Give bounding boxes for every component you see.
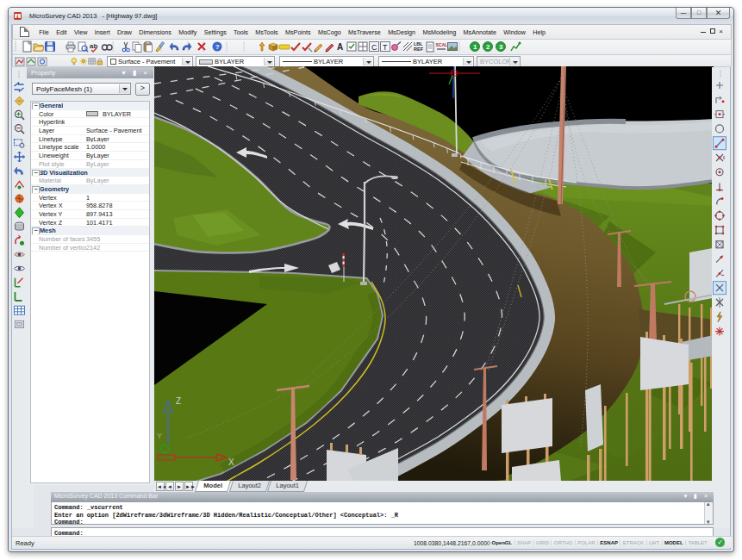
svg-text:Z: Z (176, 396, 181, 406)
svg-text:2: 2 (486, 43, 490, 51)
svg-text:Y: Y (157, 432, 162, 440)
svg-text:T: T (383, 43, 388, 52)
svg-text:?: ? (215, 43, 220, 51)
svg-text:3: 3 (499, 43, 503, 51)
svg-text:1: 1 (473, 43, 477, 51)
svg-text:X: X (228, 457, 234, 467)
svg-text:C: C (371, 43, 377, 52)
svg-text:A: A (337, 42, 343, 52)
svg-text:REF: REF (414, 47, 424, 52)
